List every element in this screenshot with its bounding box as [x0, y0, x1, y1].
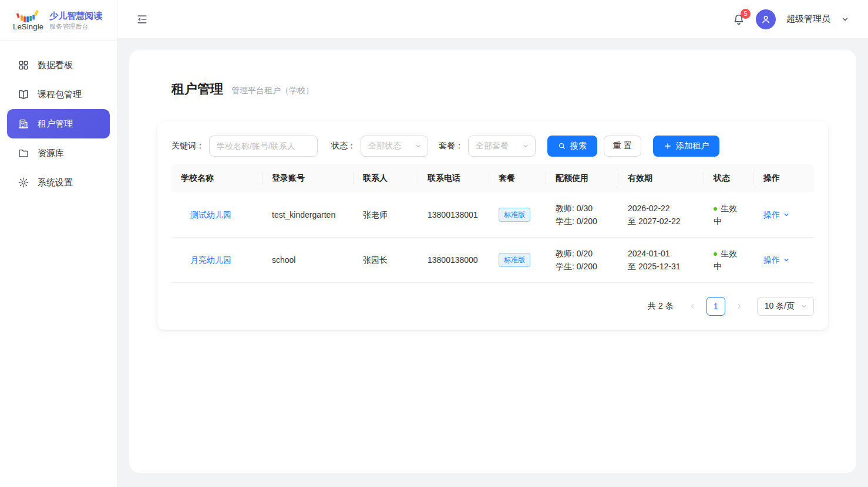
table-row: 月亮幼儿园 school 张园长 13800138000 标准版 教师: 0/2…: [171, 238, 814, 283]
plan-tag: 标准版: [499, 208, 530, 222]
status-cell: 生效中: [704, 238, 754, 283]
page-card: 租户管理 管理平台租户（学校） 关键词： 状态： 全部状态 套餐： 全部套餐: [129, 50, 856, 473]
status-badge: 生效中: [714, 204, 737, 226]
sidebar-menu: 数据看板 课程包管理 租户管理: [0, 41, 117, 207]
tenant-table: 学校名称 登录账号 联系人 联系电话 套餐 配额使用 有效期 状态 操作 测试幼…: [171, 164, 814, 283]
building-icon: [18, 118, 29, 130]
status-cell: 生效中: [704, 192, 754, 238]
sidebar-item-label: 系统设置: [38, 177, 73, 188]
col-account: 登录账号: [263, 164, 354, 192]
account-cell: school: [263, 238, 354, 283]
sidebar-item-tenants[interactable]: 租户管理: [7, 109, 110, 138]
search-button[interactable]: 搜索: [547, 136, 597, 157]
sidebar-item-label: 数据看板: [38, 60, 73, 71]
contact-cell: 张老师: [354, 192, 418, 238]
sidebar-item-resources[interactable]: 资源库: [7, 138, 110, 168]
menu-fold-icon[interactable]: [136, 13, 148, 25]
folder-icon: [18, 147, 29, 159]
brand-logo: LeSingle: [13, 9, 43, 31]
settings-icon: [18, 177, 29, 188]
pagination-next-button[interactable]: [731, 297, 748, 316]
keyword-label: 关键词：: [171, 141, 204, 151]
quota-cell: 教师: 0/20 学生: 0/200: [546, 238, 618, 283]
sidebar: LeSingle 少儿智慧阅读 服务管理后台 数据看板: [0, 0, 117, 487]
search-icon: [558, 142, 566, 150]
table-header-row: 学校名称 登录账号 联系人 联系电话 套餐 配额使用 有效期 状态 操作: [171, 164, 814, 192]
validity-cell: 2026-02-22 至 2027-02-22: [618, 192, 704, 238]
pagination-page-1[interactable]: 1: [706, 297, 725, 316]
reset-button[interactable]: 重 置: [604, 136, 641, 157]
account-cell: test_kindergarten: [263, 192, 354, 238]
col-plan: 套餐: [489, 164, 546, 192]
pagination-total: 共 2 条: [648, 301, 674, 312]
main-content: 租户管理 管理平台租户（学校） 关键词： 状态： 全部状态 套餐： 全部套餐: [117, 0, 868, 487]
avatar[interactable]: [756, 9, 776, 29]
sidebar-item-label: 租户管理: [38, 119, 73, 130]
chevron-down-icon: [783, 256, 790, 263]
status-select[interactable]: 全部状态: [361, 136, 428, 157]
pagination-prev-button[interactable]: [684, 297, 701, 316]
plan-tag: 标准版: [499, 253, 530, 267]
col-phone: 联系电话: [418, 164, 489, 192]
sidebar-item-dashboard[interactable]: 数据看板: [7, 50, 110, 80]
notification-bell-icon[interactable]: 5: [732, 13, 745, 26]
row-actions-dropdown[interactable]: 操作: [763, 208, 790, 221]
topbar: 5 超级管理员: [117, 0, 868, 39]
page-subtitle: 管理平台租户（学校）: [231, 86, 314, 96]
sidebar-item-settings[interactable]: 系统设置: [7, 168, 110, 197]
sidebar-item-label: 资源库: [38, 148, 64, 159]
dashboard-icon: [18, 59, 29, 71]
col-contact: 联系人: [354, 164, 418, 192]
plus-icon: [664, 142, 672, 150]
tenant-panel: 关键词： 状态： 全部状态 套餐： 全部套餐: [157, 121, 828, 330]
pagination: 共 2 条 1 10 条/页: [171, 297, 814, 316]
page-title: 租户管理: [171, 80, 223, 98]
page-size-select[interactable]: 10 条/页: [757, 297, 814, 316]
filter-bar: 关键词： 状态： 全部状态 套餐： 全部套餐: [171, 136, 814, 157]
status-dot: [714, 207, 717, 211]
row-actions-dropdown[interactable]: 操作: [763, 253, 790, 266]
lesingle-logo-icon: [15, 9, 41, 23]
phone-cell: 13800138000: [418, 238, 489, 283]
brand-title: 少儿智慧阅读: [49, 10, 102, 21]
col-quota: 配额使用: [546, 164, 618, 192]
status-label: 状态：: [331, 141, 356, 151]
contact-cell: 张园长: [354, 238, 418, 283]
chevron-down-icon: [783, 211, 790, 218]
school-name-link[interactable]: 月亮幼儿园: [181, 255, 231, 265]
table-row: 测试幼儿园 test_kindergarten 张老师 13800138001 …: [171, 192, 814, 238]
phone-cell: 13800138001: [418, 192, 489, 238]
col-school-name: 学校名称: [171, 164, 263, 192]
brand-subtitle: 服务管理后台: [49, 22, 102, 31]
school-name-link[interactable]: 测试幼儿园: [181, 210, 231, 219]
status-badge: 生效中: [714, 249, 737, 271]
col-validity: 有效期: [618, 164, 704, 192]
book-icon: [18, 89, 29, 100]
col-actions: 操作: [754, 164, 814, 192]
notification-badge: 5: [741, 9, 751, 19]
validity-cell: 2024-01-01 至 2025-12-31: [618, 238, 704, 283]
col-status: 状态: [704, 164, 754, 192]
user-name: 超级管理员: [786, 13, 830, 25]
chevron-down-icon[interactable]: [841, 15, 849, 23]
chevron-down-icon: [415, 143, 422, 150]
sidebar-item-course-packages[interactable]: 课程包管理: [7, 80, 110, 109]
keyword-input[interactable]: [209, 136, 318, 157]
add-tenant-button[interactable]: 添加租户: [653, 136, 719, 157]
brand: LeSingle 少儿智慧阅读 服务管理后台: [0, 0, 117, 41]
sidebar-item-label: 课程包管理: [38, 89, 82, 100]
chevron-down-icon: [522, 143, 529, 150]
quota-cell: 教师: 0/30 学生: 0/200: [546, 192, 618, 238]
brand-logo-text: LeSingle: [13, 22, 43, 31]
chevron-down-icon: [800, 303, 808, 310]
plan-select[interactable]: 全部套餐: [468, 136, 536, 157]
plan-label: 套餐：: [439, 141, 463, 151]
status-dot: [714, 252, 717, 256]
